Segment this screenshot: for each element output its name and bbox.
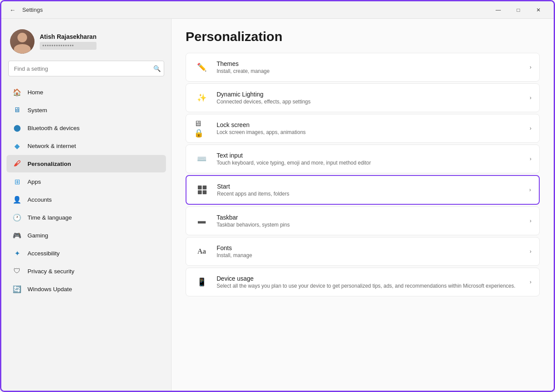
sidebar-item-update[interactable]: 🔄 Windows Update (7, 280, 166, 298)
avatar (10, 29, 34, 54)
settings-item-device-usage[interactable]: 📱 Device usage Select all the ways you p… (186, 268, 540, 296)
themes-text: Themes Install, create, manage (217, 60, 523, 74)
device-usage-chevron: › (530, 279, 531, 285)
sidebar-label-apps: Apps (28, 179, 41, 185)
settings-window: ← Settings — □ ✕ Atish Rajasekharan ••••… (1, 1, 554, 391)
privacy-icon: 🛡 (13, 267, 21, 275)
themes-chevron: › (530, 64, 531, 70)
sidebar: Atish Rajasekharan •••••••••••••• 🔍 🏠 Ho… (1, 19, 172, 391)
settings-item-start[interactable]: Start Recent apps and items, folders › (186, 175, 540, 205)
taskbar-title: Taskbar (217, 214, 523, 221)
dynamic-lighting-desc: Connected devices, effects, app settings (217, 99, 523, 105)
window-controls: — □ ✕ (488, 1, 548, 19)
settings-item-text-input[interactable]: ⌨️ Text input Touch keyboard, voice typi… (186, 144, 540, 173)
svg-rect-3 (203, 190, 207, 194)
svg-rect-2 (198, 190, 202, 194)
settings-item-taskbar[interactable]: ▬ Taskbar Taskbar behaviors, system pins… (186, 206, 540, 235)
time-icon: 🕐 (13, 213, 21, 222)
search-icon[interactable]: 🔍 (153, 65, 161, 72)
lock-screen-text: Lock screen Lock screen images, apps, an… (217, 121, 523, 135)
home-icon: 🏠 (13, 88, 21, 96)
text-input-icon: ⌨️ (194, 151, 210, 167)
start-chevron: › (529, 187, 531, 193)
sidebar-item-time[interactable]: 🕐 Time & language (7, 209, 166, 226)
sidebar-label-home: Home (28, 89, 43, 96)
app-title: Settings (22, 7, 43, 13)
main-content: Atish Rajasekharan •••••••••••••• 🔍 🏠 Ho… (1, 19, 554, 391)
sidebar-item-accessibility[interactable]: ✦ Accessibility (7, 244, 166, 262)
taskbar-icon: ▬ (194, 213, 210, 229)
sidebar-item-privacy[interactable]: 🛡 Privacy & security (7, 262, 166, 280)
close-button[interactable]: ✕ (528, 1, 548, 19)
back-button[interactable]: ← (7, 4, 19, 16)
themes-icon: ✏️ (194, 59, 210, 75)
fonts-icon: Aa (194, 244, 210, 259)
settings-list: ✏️ Themes Install, create, manage › ✨ Dy… (186, 53, 540, 296)
sidebar-item-gaming[interactable]: 🎮 Gaming (7, 227, 166, 244)
titlebar: ← Settings — □ ✕ (1, 1, 554, 19)
minimize-button[interactable]: — (488, 1, 508, 19)
lock-screen-title: Lock screen (217, 121, 523, 128)
search-box: 🔍 (8, 61, 164, 76)
device-usage-text: Device usage Select all the ways you pla… (217, 275, 523, 289)
apps-icon: ⊞ (13, 177, 21, 186)
dynamic-lighting-icon: ✨ (194, 90, 210, 106)
page-title: Personalization (186, 29, 540, 44)
dynamic-lighting-title: Dynamic Lighting (217, 91, 523, 98)
sidebar-item-home[interactable]: 🏠 Home (7, 83, 166, 101)
sidebar-item-bluetooth[interactable]: ⬤ Bluetooth & devices (7, 119, 166, 137)
main-panel: Personalization ✏️ Themes Install, creat… (172, 19, 554, 391)
start-desc: Recent apps and items, folders (217, 191, 522, 197)
svg-rect-0 (198, 186, 202, 189)
avatar-image (10, 29, 34, 54)
svg-rect-1 (203, 186, 207, 189)
sidebar-item-network[interactable]: ◆ Network & internet (7, 137, 166, 155)
network-icon: ◆ (13, 141, 21, 150)
sidebar-item-apps[interactable]: ⊞ Apps (7, 173, 166, 190)
fonts-desc: Install, manage (217, 252, 523, 258)
search-input[interactable] (8, 61, 164, 76)
settings-item-themes[interactable]: ✏️ Themes Install, create, manage › (186, 53, 540, 82)
text-input-text: Text input Touch keyboard, voice typing,… (217, 152, 523, 166)
user-email: •••••••••••••• (40, 42, 97, 50)
maximize-button[interactable]: □ (508, 1, 528, 19)
sidebar-label-time: Time & language (28, 214, 72, 221)
user-profile[interactable]: Atish Rajasekharan •••••••••••••• (5, 26, 168, 61)
sidebar-label-accounts: Accounts (28, 196, 52, 203)
sidebar-label-privacy: Privacy & security (28, 268, 74, 275)
device-usage-desc: Select all the ways you plan to use your… (217, 283, 523, 289)
taskbar-text: Taskbar Taskbar behaviors, system pins (217, 214, 523, 228)
dynamic-lighting-chevron: › (530, 95, 531, 101)
fonts-title: Fonts (217, 244, 523, 251)
personalization-icon: 🖌 (13, 159, 21, 168)
taskbar-chevron: › (530, 218, 531, 224)
gaming-icon: 🎮 (13, 231, 21, 240)
sidebar-label-system: System (28, 107, 47, 113)
device-usage-title: Device usage (217, 275, 523, 282)
start-text: Start Recent apps and items, folders (217, 183, 522, 197)
start-title: Start (217, 183, 522, 190)
themes-desc: Install, create, manage (217, 68, 523, 74)
sidebar-item-system[interactable]: 🖥 System (7, 101, 166, 119)
sidebar-label-personalization: Personalization (28, 161, 71, 167)
start-icon (194, 182, 210, 198)
bluetooth-icon: ⬤ (13, 124, 21, 132)
themes-title: Themes (217, 60, 523, 67)
settings-item-fonts[interactable]: Aa Fonts Install, manage › (186, 237, 540, 266)
text-input-desc: Touch keyboard, voice typing, emoji and … (217, 160, 523, 166)
accounts-icon: 👤 (13, 195, 21, 204)
update-icon: 🔄 (13, 285, 21, 293)
user-info: Atish Rajasekharan •••••••••••••• (40, 33, 97, 50)
settings-item-dynamic-lighting[interactable]: ✨ Dynamic Lighting Connected devices, ef… (186, 83, 540, 112)
sidebar-item-accounts[interactable]: 👤 Accounts (7, 191, 166, 208)
fonts-chevron: › (530, 248, 531, 254)
sidebar-label-accessibility: Accessibility (28, 250, 60, 257)
accessibility-icon: ✦ (13, 249, 21, 258)
settings-item-lock-screen[interactable]: 🖥🔒 Lock screen Lock screen images, apps,… (186, 114, 540, 143)
user-name: Atish Rajasekharan (40, 33, 97, 40)
sidebar-item-personalization[interactable]: 🖌 Personalization (7, 155, 166, 172)
taskbar-desc: Taskbar behaviors, system pins (217, 222, 523, 228)
dynamic-lighting-text: Dynamic Lighting Connected devices, effe… (217, 91, 523, 105)
lock-screen-chevron: › (530, 125, 531, 131)
sidebar-label-network: Network & internet (28, 143, 76, 149)
